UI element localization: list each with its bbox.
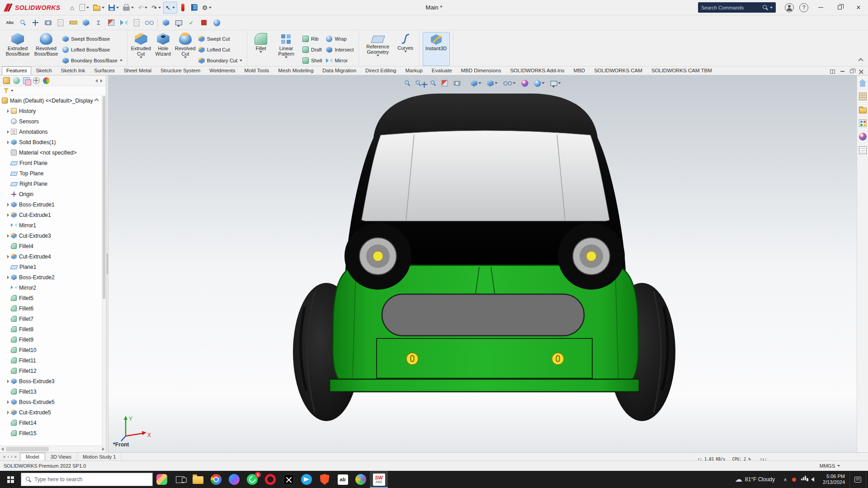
expand-icon[interactable] <box>7 130 9 134</box>
bumper-indicator-left[interactable] <box>406 353 418 365</box>
graphics-viewport[interactable]: Y X <box>108 75 857 452</box>
tab-sketch[interactable]: Sketch <box>31 66 56 75</box>
close-button[interactable]: × <box>849 0 868 15</box>
graphics-area[interactable]: Y X <box>108 75 857 452</box>
intersect-button[interactable]: Intersect <box>325 44 355 55</box>
chevron-down-icon[interactable] <box>11 90 14 92</box>
pen-mode-button[interactable] <box>178 2 189 14</box>
last-tab-icon[interactable]: » <box>14 454 17 459</box>
expand-icon[interactable] <box>7 213 9 217</box>
car-lower-bumper[interactable] <box>330 379 639 392</box>
first-tab-icon[interactable]: « <box>3 454 6 459</box>
tree-root[interactable]: Main (Default) <<Default>_Display <box>0 95 102 106</box>
chevron-down-icon[interactable] <box>209 7 212 9</box>
expand-icon[interactable] <box>7 141 9 144</box>
reference-geometry-button[interactable]: Reference Geometry <box>362 32 394 66</box>
instant3d-button[interactable]: Instant3D <box>423 32 450 66</box>
headlight-right[interactable] <box>573 238 610 275</box>
edit-appearance-button[interactable] <box>520 78 529 89</box>
expand-icon[interactable] <box>7 234 9 238</box>
extruded-cut-button[interactable]: Extruded Cut <box>131 32 151 66</box>
command-search[interactable] <box>698 2 776 13</box>
tree-item[interactable]: Fillet14 <box>0 418 102 428</box>
chevron-down-icon[interactable] <box>259 51 262 53</box>
propertymanager-tab-icon[interactable] <box>13 77 20 84</box>
tab-data-migration[interactable]: Data Migration <box>318 66 361 75</box>
measure-button[interactable] <box>69 17 78 28</box>
search-icon[interactable] <box>763 5 768 10</box>
tree-item[interactable]: Fillet13 <box>0 386 102 397</box>
tree-item[interactable]: Fillet4 <box>0 241 102 251</box>
zoom-to-fit-button[interactable] <box>404 78 410 89</box>
view-palette-icon[interactable] <box>859 119 867 127</box>
expand-icon[interactable] <box>7 109 9 113</box>
hide-show-button[interactable] <box>145 17 154 28</box>
wrap-button[interactable]: Wrap <box>325 33 355 44</box>
zoom-to-area-button[interactable] <box>415 78 425 89</box>
shell-button[interactable]: Shell <box>301 55 323 66</box>
doc-close-icon[interactable] <box>859 69 863 74</box>
boundary-cut-button[interactable]: Boundary Cut <box>197 55 244 66</box>
design-library-icon[interactable] <box>859 93 867 100</box>
prev-tab-icon[interactable]: ‹ <box>8 454 9 459</box>
tray-app-icon[interactable] <box>792 478 796 482</box>
show-desktop-button[interactable] <box>866 471 868 488</box>
tab-motion-study[interactable]: Motion Study 1 <box>77 453 122 460</box>
task-view-button[interactable] <box>171 471 189 488</box>
tab-solidworks-cam-tbm[interactable]: SOLIDWORKS CAM TBM <box>647 66 717 75</box>
split-panes-icon[interactable] <box>830 70 835 74</box>
tab-surfaces[interactable]: Surfaces <box>90 66 119 75</box>
bumper-indicator-right[interactable] <box>552 353 564 365</box>
document-properties-button[interactable] <box>189 2 200 14</box>
next-tab-icon[interactable]: › <box>11 454 12 459</box>
tree-item[interactable]: Mirror1 <box>0 220 102 230</box>
tree-item[interactable]: Front Plane <box>0 158 102 168</box>
tab-direct-editing[interactable]: Direct Editing <box>361 66 401 75</box>
x-app-button[interactable] <box>279 471 297 488</box>
file-explorer-icon[interactable] <box>859 108 867 113</box>
headlight-left[interactable] <box>359 238 396 275</box>
media-app-button[interactable] <box>153 471 171 488</box>
chevron-down-icon[interactable] <box>404 51 407 52</box>
tree-item[interactable]: History <box>0 106 102 116</box>
tree-item[interactable]: Cut-Extrude1 <box>0 210 102 220</box>
resources-home-icon[interactable] <box>859 79 867 87</box>
chevron-down-icon[interactable] <box>377 55 379 56</box>
mirror-entities-button[interactable] <box>119 17 128 28</box>
hide-show-items-button[interactable] <box>502 78 516 89</box>
tree-item[interactable]: Fillet7 <box>0 314 102 324</box>
swept-boss-button[interactable]: Swept Boss/Base <box>61 33 124 44</box>
chevron-down-icon[interactable] <box>140 56 142 58</box>
expand-icon[interactable] <box>7 400 9 404</box>
clock[interactable]: 5:06 PM 2/13/2024 <box>818 474 849 485</box>
open-document-button[interactable] <box>91 2 106 14</box>
print-button[interactable] <box>121 2 136 14</box>
chevron-down-icon[interactable] <box>770 7 773 9</box>
tab-3d-views[interactable]: 3D Views <box>45 453 77 460</box>
tree-item[interactable]: Boss-Extrude3 <box>0 376 102 386</box>
unit-system-selector[interactable]: MMGS <box>820 463 840 469</box>
chevron-down-icon[interactable] <box>102 7 104 9</box>
telegram-button[interactable] <box>297 471 316 488</box>
minimize-button[interactable] <box>811 0 830 15</box>
record-macro-button[interactable] <box>199 17 208 28</box>
start-button[interactable] <box>0 471 21 488</box>
tree-item[interactable]: Fillet9 <box>0 334 102 345</box>
section-view-button[interactable] <box>440 78 448 89</box>
displaymanager-tab-icon[interactable] <box>43 77 50 84</box>
expand-icon[interactable] <box>7 203 9 206</box>
tab-markup[interactable]: Markup <box>401 66 427 75</box>
web-help-button[interactable] <box>212 17 221 28</box>
doc-minimize-icon[interactable] <box>840 71 844 72</box>
options-button[interactable]: ⚙ <box>200 2 214 14</box>
tree-item[interactable]: Mirror2 <box>0 282 102 293</box>
verify-button[interactable]: ✓ <box>187 17 196 28</box>
chevron-down-icon[interactable] <box>184 56 187 58</box>
tree-item[interactable]: Plane1 <box>0 262 102 272</box>
collapse-ribbon-icon[interactable] <box>858 58 863 63</box>
tab-sketch-ink[interactable]: Sketch Ink <box>57 66 90 75</box>
copy-button[interactable] <box>132 17 141 28</box>
scrollbar-thumb[interactable] <box>103 96 105 299</box>
chevron-down-icon[interactable] <box>542 82 544 84</box>
tab-solidworks-add-ins[interactable]: SOLIDWORKS Add-Ins <box>505 66 569 75</box>
